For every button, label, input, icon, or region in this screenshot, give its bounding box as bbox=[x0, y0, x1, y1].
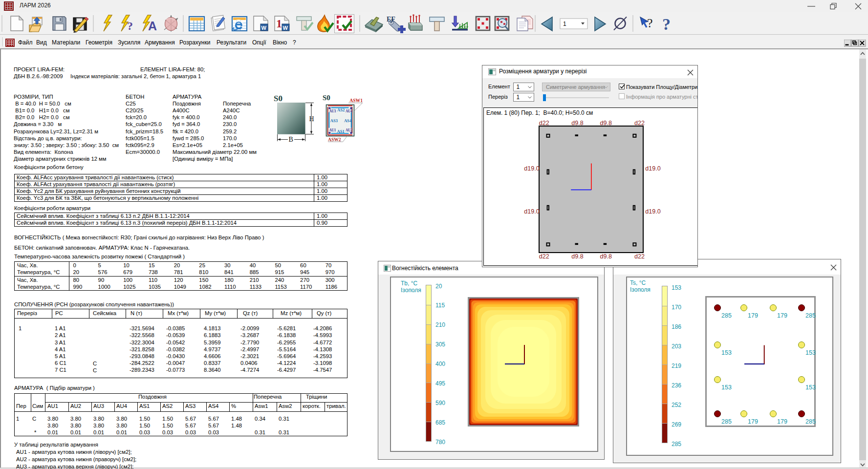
svg-text:d22: d22 bbox=[634, 120, 645, 127]
svg-text:EF: EF bbox=[387, 16, 395, 23]
svg-text:d9.8: d9.8 bbox=[571, 253, 583, 260]
svg-text:AS2: AS2 bbox=[337, 107, 345, 112]
svg-text:d19.0: d19.0 bbox=[645, 165, 660, 172]
svg-text:d19.0: d19.0 bbox=[645, 208, 660, 215]
svg-text:AU1: AU1 bbox=[329, 128, 336, 132]
svg-text:W: W bbox=[261, 25, 267, 31]
svg-text:d9.8: d9.8 bbox=[600, 120, 612, 127]
svg-text:285: 285 bbox=[721, 418, 732, 425]
svg-text:W: W bbox=[283, 25, 288, 31]
svg-text:153: 153 bbox=[805, 349, 816, 356]
svg-text:1: 1 bbox=[276, 17, 282, 30]
svg-text:1: 1 bbox=[563, 21, 566, 27]
svg-text:AS3: AS3 bbox=[330, 118, 338, 123]
svg-text:AU2: AU2 bbox=[346, 128, 352, 132]
svg-text:179: 179 bbox=[777, 418, 787, 425]
svg-text:?: ? bbox=[127, 20, 133, 32]
svg-text:AU4: AU4 bbox=[346, 109, 352, 113]
svg-text:d19.0: d19.0 bbox=[524, 165, 539, 172]
svg-text:d22: d22 bbox=[539, 120, 549, 127]
svg-text:179: 179 bbox=[748, 312, 758, 319]
svg-text:S0: S0 bbox=[323, 94, 330, 102]
svg-text:ASW1: ASW1 bbox=[349, 98, 363, 103]
svg-text:d22: d22 bbox=[634, 253, 645, 260]
svg-text:179: 179 bbox=[748, 418, 758, 425]
svg-text:285: 285 bbox=[805, 312, 816, 319]
svg-text:d9.8: d9.8 bbox=[600, 253, 612, 260]
svg-text:d22: d22 bbox=[539, 253, 549, 260]
svg-text:?: ? bbox=[647, 16, 653, 30]
svg-text:A: A bbox=[148, 19, 157, 33]
svg-text:d9.8: d9.8 bbox=[571, 120, 583, 127]
svg-text:153: 153 bbox=[721, 384, 732, 391]
svg-text:153: 153 bbox=[805, 384, 816, 391]
svg-text:285: 285 bbox=[805, 418, 816, 425]
svg-text:d19.0: d19.0 bbox=[524, 208, 539, 215]
svg-text:179: 179 bbox=[777, 312, 787, 319]
svg-text:?: ? bbox=[662, 15, 671, 33]
svg-text:B: B bbox=[289, 136, 293, 143]
svg-text:153: 153 bbox=[721, 349, 732, 356]
svg-text:AU3: AU3 bbox=[329, 109, 336, 113]
svg-text:285: 285 bbox=[721, 312, 732, 319]
svg-text:H: H bbox=[309, 115, 314, 123]
svg-text:AS4: AS4 bbox=[344, 118, 352, 123]
svg-text:AS1: AS1 bbox=[337, 129, 345, 134]
svg-text:ASW2: ASW2 bbox=[328, 137, 341, 142]
svg-text:S0: S0 bbox=[274, 94, 282, 103]
